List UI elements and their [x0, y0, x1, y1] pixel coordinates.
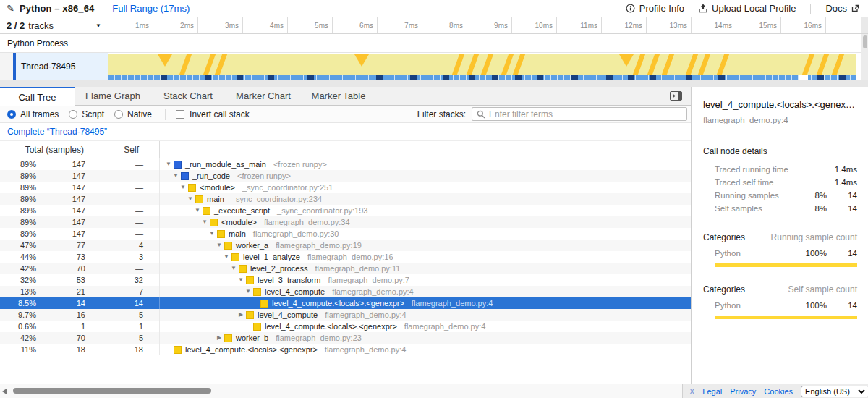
- twisty-icon[interactable]: ▼: [243, 286, 253, 297]
- horizontal-scrollbar-thumb[interactable]: [13, 388, 211, 394]
- filter-bar: All framesScriptNative Invert call stack…: [0, 106, 691, 123]
- table-row[interactable]: 11%1818level_4_compute.<locals>.<genexpr…: [0, 344, 691, 355]
- full-range-link[interactable]: Full Range (17ms): [112, 3, 190, 14]
- twisty-icon[interactable]: ▶: [214, 332, 224, 344]
- twisty-icon[interactable]: ▼: [163, 158, 174, 170]
- thread-sample-strip[interactable]: [109, 75, 856, 80]
- footer-link-privacy[interactable]: Privacy: [730, 387, 756, 396]
- docs-link[interactable]: Docs: [825, 3, 859, 14]
- scroll-left-arrow-icon[interactable]: [2, 389, 7, 394]
- tab-call-tree[interactable]: Call Tree: [0, 87, 75, 106]
- sidebar-categories-section: CategoriesSelf sample countPython100%14: [703, 284, 857, 319]
- twisty-icon[interactable]: ▼: [200, 216, 210, 228]
- twisty-icon[interactable]: ▶: [236, 309, 246, 321]
- sidebar-toggle-icon[interactable]: [670, 91, 682, 101]
- function-name: worker_a: [236, 240, 268, 251]
- table-row[interactable]: 42%70—▼level_2_processflamegraph_demo.py…: [0, 263, 691, 274]
- sample-block: [492, 75, 498, 80]
- profile-name[interactable]: Python – x86_64: [20, 3, 94, 14]
- twisty-icon[interactable]: ▼: [236, 274, 246, 286]
- table-row[interactable]: 42%705▶worker_bflamegraph_demo.py:23: [0, 332, 691, 344]
- twisty-icon[interactable]: ▼: [192, 205, 203, 216]
- twisty-icon[interactable]: ▼: [178, 182, 188, 193]
- filter-search-box[interactable]: [472, 107, 687, 121]
- track-thread[interactable]: Thread-78495: [0, 53, 868, 80]
- edit-profile-name-icon[interactable]: ✎: [7, 3, 14, 14]
- category-name: Python: [715, 249, 802, 258]
- call-node-details-heading: Call node details: [703, 146, 857, 156]
- category-count: 14: [827, 301, 857, 310]
- table-row[interactable]: 32%5332▼level_3_transformflamegraph_demo…: [0, 274, 691, 286]
- categories-header: CategoriesSelf sample count: [703, 284, 857, 295]
- table-row[interactable]: 9.7%165▶level_4_computeflamegraph_demo.p…: [0, 309, 691, 321]
- thread-activity-graph[interactable]: [109, 54, 856, 75]
- tab-marker-table[interactable]: Marker Table: [301, 87, 376, 105]
- table-row[interactable]: 47%774▼worker_aflamegraph_demo.py:19: [0, 240, 691, 251]
- sidebar-detail-row: Traced running time1.4ms: [703, 163, 857, 176]
- table-row[interactable]: 13%217▼level_4_computeflamegraph_demo.py…: [0, 286, 691, 297]
- category-bar-track: [715, 316, 857, 319]
- footer-link-cookies[interactable]: Cookies: [764, 387, 793, 396]
- track-python-process[interactable]: Python Process: [0, 34, 868, 53]
- column-divider: [90, 309, 90, 321]
- table-row[interactable]: 8.5%1414level_4_compute.<locals>.<genexp…: [0, 297, 691, 309]
- upload-icon: [699, 4, 707, 13]
- twisty-icon[interactable]: ▼: [171, 170, 181, 182]
- radio-all-frames[interactable]: All frames: [7, 109, 59, 119]
- activity-spike: [203, 54, 216, 75]
- invert-call-stack-checkbox[interactable]: Invert call stack: [176, 109, 250, 119]
- track-thread-label[interactable]: Thread-78495: [16, 53, 109, 80]
- tracks-vertical-scrollbar[interactable]: [861, 34, 868, 80]
- table-row[interactable]: 89%147—▼mainflamegraph_demo.py:30: [0, 228, 691, 240]
- column-divider: [90, 344, 90, 355]
- cell-self: 7: [93, 286, 143, 297]
- twisty-icon[interactable]: ▼: [207, 228, 217, 240]
- upload-profile-button[interactable]: Upload Local Profile: [699, 3, 796, 14]
- language-select[interactable]: English (US): [801, 386, 868, 397]
- cell-total-samples: 70: [39, 263, 85, 274]
- table-row[interactable]: 89%147—▼_run_code<frozen runpy>: [0, 170, 691, 182]
- category-percent: 100%: [802, 301, 827, 310]
- footer-close-button[interactable]: X: [689, 387, 694, 396]
- complete-range-link[interactable]: Complete “Thread-78495”: [7, 127, 107, 137]
- sample-block: [515, 75, 522, 80]
- call-tree-header: Total (samples) Self: [0, 141, 691, 158]
- table-row[interactable]: 89%147—▼_run_module_as_main<frozen runpy…: [0, 158, 691, 170]
- table-row[interactable]: 89%147—▼_execute_script_sync_coordinator…: [0, 205, 691, 216]
- tab-stack-chart[interactable]: Stack Chart: [150, 87, 226, 105]
- chevron-down-icon: [858, 389, 865, 394]
- divider: [810, 4, 811, 14]
- table-row[interactable]: 44%733▼level_1_analyzeflamegraph_demo.py…: [0, 251, 691, 263]
- table-row[interactable]: 0.6%11level_4_compute.<locals>.<genexpr>…: [0, 321, 691, 332]
- function-name: main: [229, 228, 246, 240]
- sample-block: [469, 75, 475, 80]
- twisty-icon[interactable]: ▼: [214, 240, 224, 251]
- ruler-tick: 16ms: [781, 17, 826, 33]
- profile-info-button[interactable]: Profile Info: [626, 3, 684, 14]
- footer-link-legal[interactable]: Legal: [702, 387, 722, 396]
- frame-category-icon: [188, 184, 196, 192]
- twisty-icon[interactable]: ▼: [185, 193, 195, 205]
- radio-native[interactable]: Native: [114, 109, 152, 119]
- tab-marker-chart[interactable]: Marker Chart: [226, 87, 301, 105]
- radio-icon: [7, 110, 16, 119]
- filter-stacks-input[interactable]: [489, 109, 682, 119]
- category-bar: [715, 263, 857, 267]
- sidebar: level_4_compute.<locals>.<genexpr> flame…: [691, 87, 868, 384]
- table-row[interactable]: 89%147—▼main_sync_coordinator.py:234: [0, 193, 691, 205]
- column-header-total[interactable]: Total (samples): [0, 141, 87, 155]
- scrollbar-thumb[interactable]: [863, 35, 867, 48]
- frame-category-icon: [203, 207, 210, 215]
- tracks-dropdown[interactable]: 2 / 2 tracks ▼: [0, 17, 109, 33]
- tab-flame-graph[interactable]: Flame Graph: [75, 87, 150, 105]
- table-row[interactable]: 89%147—▼<module>_sync_coordinator.py:251: [0, 182, 691, 193]
- radio-script[interactable]: Script: [69, 109, 104, 119]
- main-panel: Call TreeFlame GraphStack ChartMarker Ch…: [0, 87, 691, 384]
- table-row[interactable]: 89%147—▼<module>flamegraph_demo.py:34: [0, 216, 691, 228]
- column-divider: [90, 297, 90, 309]
- twisty-icon[interactable]: ▼: [221, 251, 231, 263]
- activity-spike: [647, 54, 660, 75]
- column-header-self[interactable]: Self: [93, 141, 143, 155]
- twisty-icon[interactable]: ▼: [229, 263, 239, 274]
- tracks-bottom-band: [0, 80, 868, 87]
